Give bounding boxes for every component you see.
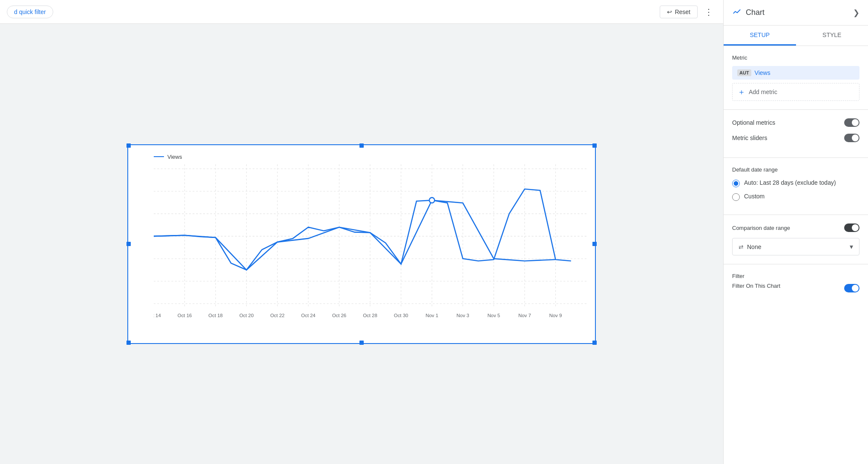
svg-text:Oct 14: Oct 14	[154, 312, 161, 318]
quick-filter-button[interactable]: d quick filter	[7, 6, 53, 18]
more-options-button[interactable]: ⋮	[701, 5, 716, 19]
comparison-value: None	[747, 243, 761, 250]
comparison-dropdown[interactable]: ⇄ None ▾	[732, 238, 859, 255]
comparison-arrows-icon: ⇄	[739, 243, 744, 250]
tab-style[interactable]: STYLE	[796, 26, 868, 46]
panel-title: Chart	[746, 8, 765, 17]
filter-on-chart-toggle[interactable]	[844, 284, 859, 292]
svg-text:Nov 9: Nov 9	[549, 312, 562, 318]
chart-container[interactable]: Views	[127, 144, 596, 344]
metric-section-label: Metric	[732, 54, 859, 61]
panel-tabs: SETUP STYLE	[724, 26, 868, 46]
svg-text:Nov 5: Nov 5	[487, 312, 500, 318]
auto-radio-row: Auto: Last 28 days (exclude today)	[732, 179, 859, 187]
panel-collapse-button[interactable]: ❯	[853, 8, 859, 17]
svg-text:Oct 28: Oct 28	[363, 312, 377, 318]
comparison-title: Comparison date range	[732, 225, 790, 231]
metric-sliders-label: Metric sliders	[732, 135, 767, 141]
filter-title: Filter	[732, 273, 859, 279]
svg-text:Nov 1: Nov 1	[425, 312, 438, 318]
custom-radio-row: Custom	[732, 192, 859, 201]
resize-handle-right[interactable]	[592, 242, 597, 246]
date-range-title: Default date range	[732, 166, 859, 173]
metric-chip[interactable]: AUT Views	[732, 66, 859, 80]
metric-section: Metric AUT Views ＋ Add metric	[724, 46, 868, 110]
auto-radio-label: Auto: Last 28 days (exclude today)	[744, 179, 836, 187]
panel-title-group: Chart	[732, 7, 765, 18]
metric-chip-label: Views	[755, 69, 854, 76]
custom-radio[interactable]	[732, 193, 740, 201]
reset-icon: ↩	[667, 9, 672, 15]
add-metric-label: Add metric	[749, 89, 777, 95]
resize-handle-tl[interactable]	[126, 143, 131, 148]
resize-handle-br[interactable]	[592, 341, 597, 345]
resize-handle-left[interactable]	[126, 242, 131, 246]
date-range-section: Default date range Auto: Last 28 days (e…	[724, 158, 868, 215]
svg-text:Oct 18: Oct 18	[208, 312, 223, 318]
comparison-section: Comparison date range ⇄ None ▾	[724, 215, 868, 264]
optional-metrics-row: Optional metrics	[732, 118, 859, 127]
svg-text:Nov 3: Nov 3	[457, 312, 469, 318]
chevron-down-icon: ▾	[850, 243, 853, 251]
metric-sliders-row: Metric sliders	[732, 134, 859, 142]
chart-svg: 30K 25K 20K 15K 10K 5K 0	[154, 164, 586, 326]
add-metric-plus-icon: ＋	[738, 87, 745, 97]
toggles-section: Optional metrics Metric sliders	[724, 110, 868, 158]
comparison-dropdown-left: ⇄ None	[739, 243, 761, 250]
legend-line	[154, 156, 164, 157]
chart-legend: Views	[154, 154, 586, 160]
filter-section: Filter Filter On This Chart	[724, 264, 868, 309]
resize-handle-bl[interactable]	[126, 341, 131, 345]
canvas-area: Views	[0, 24, 723, 464]
svg-text:Oct 30: Oct 30	[394, 312, 408, 318]
metric-badge: AUT	[737, 69, 751, 76]
tab-setup[interactable]: SETUP	[724, 26, 796, 46]
optional-metrics-label: Optional metrics	[732, 119, 775, 126]
svg-text:Oct 26: Oct 26	[332, 312, 347, 318]
metric-sliders-toggle[interactable]	[844, 134, 859, 142]
main-content: d quick filter ↩ Reset ⋮ Views	[0, 0, 723, 464]
svg-point-27	[429, 198, 434, 203]
reset-button[interactable]: ↩ Reset	[660, 6, 698, 18]
svg-text:Oct 20: Oct 20	[239, 312, 254, 318]
panel-header: Chart ❯	[724, 0, 868, 26]
svg-text:Nov 7: Nov 7	[518, 312, 531, 318]
resize-handle-tr[interactable]	[592, 143, 597, 148]
svg-text:Oct 24: Oct 24	[301, 312, 316, 318]
comparison-toggle[interactable]	[844, 223, 859, 232]
filter-on-chart-row: Filter On This Chart	[732, 283, 859, 293]
comparison-header: Comparison date range	[732, 223, 859, 232]
chart-icon	[732, 7, 742, 18]
custom-radio-label: Custom	[744, 192, 765, 201]
auto-radio[interactable]	[732, 180, 740, 187]
filter-on-chart-label: Filter On This Chart	[732, 283, 780, 289]
toolbar: d quick filter ↩ Reset ⋮	[0, 0, 723, 24]
legend-label: Views	[167, 154, 182, 160]
svg-text:Oct 22: Oct 22	[270, 312, 285, 318]
add-metric-button[interactable]: ＋ Add metric	[732, 83, 859, 101]
svg-text:Oct 16: Oct 16	[178, 312, 192, 318]
right-panel: Chart ❯ SETUP STYLE Metric AUT Views ＋ A…	[723, 0, 868, 464]
optional-metrics-toggle[interactable]	[844, 118, 859, 127]
